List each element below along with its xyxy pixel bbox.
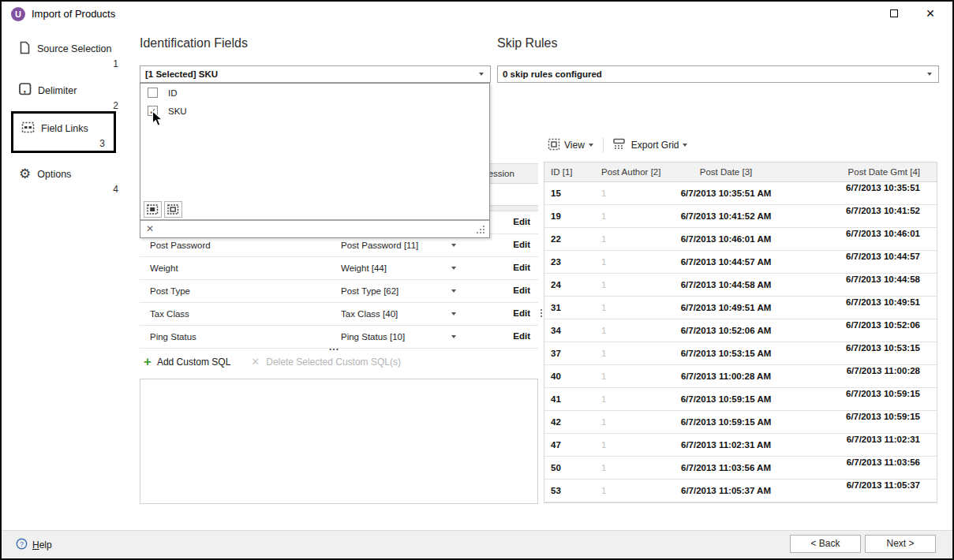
view-button[interactable]: View <box>544 138 597 153</box>
title-bar: U Import of Products × <box>2 2 952 27</box>
cell-post-date-gmt: 6/7/2013 10:46:01 <box>789 229 937 238</box>
column-header-id[interactable]: ID [1] <box>544 167 593 177</box>
step-number: 2 <box>19 100 122 111</box>
import-wizard-window: U Import of Products × Source Selection … <box>0 0 954 560</box>
delimiter-icon: , <box>19 83 32 99</box>
view-grid-icon <box>548 138 560 153</box>
chevron-down-icon[interactable] <box>451 289 456 293</box>
chevron-down-icon[interactable] <box>451 312 456 315</box>
sidebar-item-delimiter[interactable]: , Delimiter 2 <box>19 84 122 111</box>
identification-fields-dropdown[interactable]: [1 Selected] SKU <box>140 65 491 83</box>
option-label: ID <box>168 88 178 98</box>
chevron-down-icon[interactable] <box>451 267 456 270</box>
data-grid-row[interactable]: 42 1 6/7/2013 10:59:15 AM 6/7/2013 10:59… <box>544 411 937 434</box>
data-grid-row[interactable]: 37 1 6/7/2013 10:53:15 AM 6/7/2013 10:53… <box>544 342 937 365</box>
add-custom-sql-button[interactable]: Add Custom SQL <box>157 357 230 368</box>
option-row-sku[interactable]: ✓ SKU <box>140 102 489 120</box>
edit-link[interactable]: Edit <box>513 331 530 341</box>
edit-link[interactable]: Edit <box>513 286 530 295</box>
column-header-post-date-gmt[interactable]: Post Date Gmt [4] <box>789 167 937 177</box>
data-grid-row[interactable]: 22 1 6/7/2013 10:46:01 AM 6/7/2013 10:46… <box>544 228 937 251</box>
checkbox-id[interactable] <box>148 88 158 98</box>
export-grid-icon <box>613 138 627 152</box>
more-rows-indicator: ... <box>329 342 339 353</box>
field-name: Ping Status <box>150 332 196 342</box>
edit-link[interactable]: Edit <box>513 263 530 272</box>
cell-post-date-gmt: 6/7/2013 10:41:52 <box>789 206 937 215</box>
column-header-post-date[interactable]: Post Date [3] <box>663 167 789 177</box>
cell-post-author: 1 <box>593 371 663 381</box>
panel-splitter[interactable] <box>541 309 542 311</box>
delete-custom-sql-button[interactable]: Delete Selected Custom SQL(s) <box>266 357 401 368</box>
chevron-down-icon[interactable] <box>451 335 456 338</box>
custom-sql-editor[interactable] <box>140 379 538 504</box>
skip-rules-dropdown[interactable]: 0 skip rules configured <box>497 65 939 83</box>
data-grid-row[interactable]: 40 1 6/7/2013 11:00:28 AM 6/7/2013 11:00… <box>544 365 937 388</box>
data-grid-row[interactable]: 24 1 6/7/2013 10:44:58 AM 6/7/2013 10:44… <box>544 274 937 297</box>
step-label: Options <box>37 169 71 180</box>
plus-icon: + <box>144 357 152 368</box>
back-button[interactable]: < Back <box>790 535 861 553</box>
select-all-button[interactable] <box>144 201 162 218</box>
close-icon: × <box>926 9 935 17</box>
data-grid-row[interactable]: 50 1 6/7/2013 11:03:56 AM 6/7/2013 11:03… <box>544 457 937 480</box>
option-label: SKU <box>168 106 187 116</box>
svg-text:,: , <box>24 83 27 95</box>
edit-link[interactable]: Edit <box>513 240 530 249</box>
field-link-row[interactable]: Weight Weight [44] Edit <box>140 257 538 280</box>
chevron-down-icon <box>927 73 932 76</box>
field-source: Weight [44] <box>341 263 387 273</box>
cell-post-author: 1 <box>593 394 663 404</box>
data-grid-row[interactable]: 34 1 6/7/2013 10:52:06 AM 6/7/2013 10:52… <box>544 319 937 342</box>
field-link-row[interactable]: Tax Class Tax Class [40] Edit <box>140 303 538 326</box>
export-grid-button[interactable]: Export Grid <box>610 138 691 152</box>
next-button[interactable]: Next > <box>865 535 936 553</box>
sidebar-item-source-selection[interactable]: Source Selection 1 <box>19 42 122 69</box>
cell-post-date: 6/7/2013 11:03:56 AM <box>663 463 789 472</box>
step-label: Delimiter <box>38 85 77 96</box>
cell-post-date-gmt: 6/7/2013 10:49:51 <box>789 297 937 307</box>
cell-post-date: 6/7/2013 10:46:01 AM <box>663 234 789 244</box>
cell-post-author: 1 <box>593 189 663 198</box>
data-grid-row[interactable]: 15 1 6/7/2013 10:35:51 AM 6/7/2013 10:35… <box>544 182 937 205</box>
data-grid-row[interactable]: 31 1 6/7/2013 10:49:51 AM 6/7/2013 10:49… <box>544 297 937 319</box>
field-name: Post Type <box>150 286 190 296</box>
select-none-button[interactable] <box>164 201 182 218</box>
data-grid-row[interactable]: 53 1 6/7/2013 11:05:37 AM 6/7/2013 11:05… <box>544 480 937 502</box>
data-grid-row[interactable]: 41 1 6/7/2013 10:59:15 AM 6/7/2013 10:59… <box>544 388 937 411</box>
chevron-down-icon[interactable] <box>451 244 456 247</box>
cell-post-date: 6/7/2013 10:59:15 AM <box>663 394 789 404</box>
app-logo-icon: U <box>11 7 25 21</box>
cell-post-date: 6/7/2013 10:44:58 AM <box>663 280 789 289</box>
cell-post-author: 1 <box>593 349 663 358</box>
help-label: Help <box>32 539 52 551</box>
cell-post-date-gmt: 6/7/2013 11:00:28 <box>789 366 937 375</box>
close-button[interactable]: × <box>913 2 948 25</box>
help-button[interactable]: ? Help <box>16 538 52 552</box>
skip-rules-dropdown-value: 0 skip rules configured <box>503 69 927 79</box>
cell-post-date-gmt: 6/7/2013 10:53:15 <box>789 343 937 353</box>
window-title: Import of Products <box>32 8 115 20</box>
chevron-down-icon <box>683 144 687 147</box>
edit-link[interactable]: Edit <box>513 308 530 318</box>
cell-post-author: 1 <box>593 417 663 427</box>
data-grid-row[interactable]: 23 1 6/7/2013 10:44:57 AM 6/7/2013 10:44… <box>544 251 937 274</box>
cell-post-date-gmt: 6/7/2013 10:44:58 <box>789 274 937 284</box>
popup-close-icon[interactable]: ✕ <box>146 224 154 233</box>
field-link-row[interactable]: Post Type Post Type [62] Edit <box>140 280 538 303</box>
cell-post-author: 1 <box>593 211 663 221</box>
cell-id: 24 <box>544 280 593 289</box>
data-grid-row[interactable]: 19 1 6/7/2013 10:41:52 AM 6/7/2013 10:41… <box>544 205 937 228</box>
cell-post-date: 6/7/2013 10:52:06 AM <box>663 326 789 335</box>
mouse-cursor <box>152 110 163 130</box>
column-header-post-author[interactable]: Post Author [2] <box>593 167 663 177</box>
cell-post-date: 6/7/2013 10:44:57 AM <box>663 257 789 267</box>
sidebar-item-options[interactable]: ⚙ Options 4 <box>19 167 122 195</box>
cell-post-author: 1 <box>593 463 663 472</box>
sidebar-item-field-links-selected[interactable]: Field Links 3 <box>11 111 116 153</box>
maximize-button[interactable] <box>877 2 911 25</box>
popup-resize-grip[interactable] <box>483 232 484 233</box>
data-grid-row[interactable]: 47 1 6/7/2013 11:02:31 AM 6/7/2013 11:02… <box>544 434 937 457</box>
option-row-id[interactable]: ID <box>140 84 489 102</box>
edit-link[interactable]: Edit <box>513 217 530 226</box>
